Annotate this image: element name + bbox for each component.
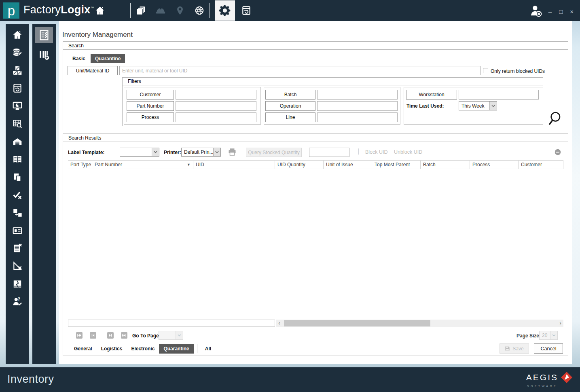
sidebar-item-backup[interactable] <box>11 83 23 94</box>
column-header-uid[interactable]: UID <box>193 161 275 169</box>
tab-all[interactable]: All <box>201 344 216 354</box>
column-header-part-number[interactable]: Part Number▼ <box>92 161 193 169</box>
top-bar: p FactoryLogix™ – □ <box>0 0 580 21</box>
user-logout-button[interactable] <box>529 4 543 18</box>
page-size-select[interactable]: 20 <box>539 331 558 340</box>
sidebar-item-warehouse[interactable] <box>11 136 23 147</box>
operation-filter-input[interactable] <box>317 101 398 111</box>
column-header-uid-quantity[interactable]: UID Quantity <box>275 161 324 169</box>
damaged-goods-icon <box>12 279 23 289</box>
globe-icon <box>194 5 205 16</box>
sidebar-item-documentation[interactable] <box>11 154 23 165</box>
line-filter-input[interactable] <box>317 112 398 122</box>
settings-nav-button-active[interactable] <box>215 0 235 21</box>
run-search-button[interactable] <box>547 110 563 128</box>
sidebar-item-inventory-database[interactable] <box>11 47 23 58</box>
close-button[interactable]: × <box>570 9 574 15</box>
customer-filter-button[interactable]: Customer <box>127 90 174 100</box>
hscroll-thumb[interactable] <box>284 320 430 326</box>
maximize-button[interactable]: □ <box>559 9 563 15</box>
printer-select[interactable]: Default Prin... <box>181 148 221 157</box>
sidebar-item-user-support[interactable]: ? <box>11 296 23 307</box>
print-button[interactable] <box>228 148 237 158</box>
sidebar-item-dashboard[interactable] <box>11 100 23 112</box>
collapse-button[interactable] <box>555 149 561 157</box>
sidebar-item-measure-reject[interactable] <box>11 261 23 272</box>
hscroll-right-button[interactable]: › <box>557 320 563 327</box>
part-number-filter-button[interactable]: Part Number <box>127 101 174 111</box>
cancel-button[interactable]: Cancel <box>534 343 563 354</box>
sidebar-item-documents[interactable] <box>11 172 23 183</box>
sidebar-item-inventory-management[interactable] <box>35 27 53 43</box>
tab-quarantine[interactable]: Quarantine <box>91 54 125 63</box>
sidebar-item-remove-list[interactable] <box>11 243 23 254</box>
sidebar-item-home[interactable] <box>11 29 23 40</box>
batch-filter-input[interactable] <box>317 90 398 100</box>
blocked-uids-checkbox[interactable] <box>483 68 488 73</box>
tab-basic[interactable]: Basic <box>68 54 90 63</box>
workstation-filter-input[interactable] <box>459 90 539 100</box>
stocked-quantity-input[interactable] <box>309 148 349 157</box>
results-table-body[interactable] <box>68 169 563 319</box>
query-stocked-quantity-button[interactable]: Query Stocked Quantity <box>246 148 302 157</box>
block-uid-button[interactable]: Block UID <box>365 149 388 155</box>
chevron-down-icon[interactable] <box>213 148 220 156</box>
batch-filter-button[interactable]: Batch <box>265 90 315 100</box>
sidebar-item-data-search[interactable] <box>11 118 23 129</box>
column-header-process[interactable]: Process <box>470 161 519 169</box>
process-filter-input[interactable] <box>176 112 256 122</box>
printer-label: Printer: <box>164 150 181 155</box>
chevron-down-icon[interactable] <box>152 148 159 156</box>
operator-helmet-icon <box>155 5 166 16</box>
web-nav-button[interactable] <box>194 5 205 16</box>
previous-page-button[interactable] <box>90 332 96 339</box>
customer-filter-input[interactable] <box>176 90 256 100</box>
category-tabstrip: General Logistics Electronic Quarantine … <box>70 344 216 354</box>
column-header-top-most-parent[interactable]: Top Most Parent <box>372 161 421 169</box>
filters-groupbox-title: Filters <box>123 78 543 85</box>
part-number-filter-input[interactable] <box>176 101 256 111</box>
hscroll-left-button[interactable]: ‹ <box>276 320 282 327</box>
line-filter-button[interactable]: Line <box>265 112 315 122</box>
tab-general[interactable]: General <box>70 344 97 354</box>
go-to-page-select[interactable] <box>159 331 183 340</box>
sidebar-item-id-card[interactable] <box>11 225 23 236</box>
unit-material-id-button[interactable]: Unit/Material ID <box>68 66 118 75</box>
save-button[interactable]: Save <box>500 343 529 354</box>
column-header-part-type[interactable]: Part Type <box>68 161 92 169</box>
sidebar-item-materials[interactable] <box>11 65 23 76</box>
column-header-unit-of-issue[interactable]: Unit of Issue <box>324 161 372 169</box>
hscroll-track[interactable] <box>282 320 557 327</box>
tab-electronic[interactable]: Electronic <box>127 344 159 354</box>
home-nav-button[interactable] <box>95 5 105 16</box>
column-header-batch[interactable]: Batch <box>421 161 470 169</box>
next-page-button[interactable] <box>107 332 114 339</box>
toolbar-separator: | <box>358 147 359 155</box>
printer-icon <box>228 148 237 157</box>
time-last-used-select[interactable]: This Week <box>459 101 497 110</box>
location-nav-button[interactable] <box>175 5 185 16</box>
tab-quarantine-bottom[interactable]: Quarantine <box>159 344 193 354</box>
backup-nav-button[interactable] <box>241 5 252 16</box>
sidebar-item-barcode-add[interactable] <box>35 47 53 63</box>
workstation-filter-button[interactable]: Workstation <box>406 90 457 100</box>
process-filter-button[interactable]: Process <box>127 112 174 122</box>
label-template-select[interactable] <box>120 148 159 157</box>
tab-logistics[interactable]: Logistics <box>97 344 127 354</box>
first-page-button[interactable] <box>76 332 83 339</box>
aegis-diamond-icon <box>560 371 574 384</box>
operation-filter-button[interactable]: Operation <box>265 101 315 111</box>
aegis-logo-text: AEGIS <box>526 373 558 382</box>
sidebar-item-damaged-goods[interactable] <box>11 278 23 290</box>
sidebar-item-transfer[interactable] <box>11 207 23 218</box>
operator-nav-button[interactable] <box>155 5 166 16</box>
minimize-button[interactable]: – <box>548 9 552 15</box>
pages-nav-button[interactable] <box>136 5 146 16</box>
last-page-button[interactable] <box>121 332 127 339</box>
chevron-down-icon[interactable] <box>489 102 497 110</box>
sidebar-item-approve-reject[interactable] <box>11 189 23 201</box>
unblock-uid-button[interactable]: Unblock UID <box>394 149 422 155</box>
column-header-customer[interactable]: Customer <box>519 161 563 169</box>
uid-input[interactable] <box>119 66 481 75</box>
process-filter-input-wrap <box>176 112 256 122</box>
